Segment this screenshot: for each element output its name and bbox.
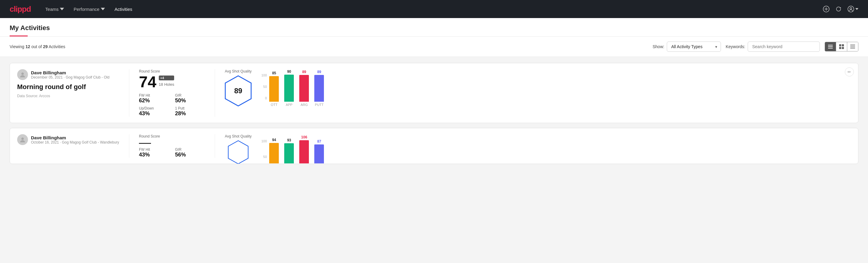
svg-rect-7: [842, 44, 844, 46]
bar-putt: 89 PUTT: [314, 70, 324, 107]
card-divider: [129, 134, 129, 158]
round-score-label: Round Score: [139, 69, 205, 74]
nav-activities[interactable]: Activities: [115, 5, 132, 13]
card-divider: [215, 134, 215, 158]
svg-rect-8: [839, 47, 841, 49]
stat-grid: FW Hit 62% GIR 50% Up/Down 43% 1 Putt 28…: [139, 93, 205, 117]
toolbar-viewing: Viewing 12 out of 29 Activities: [10, 44, 648, 49]
stat-item-gir: GIR 50%: [175, 93, 205, 104]
bar-fill-arg: [299, 75, 309, 102]
bar2-val-arg: 106: [301, 135, 307, 139]
svg-rect-11: [850, 46, 855, 46]
nav-performance[interactable]: Performance: [74, 5, 105, 13]
chevron-down-icon: [856, 8, 858, 10]
toolbar-show: Show: All Activity Types Rounds Practice: [653, 41, 721, 52]
bar2-app: 93: [284, 138, 294, 164]
profile-button[interactable]: [847, 6, 858, 12]
user-circle-icon: [847, 6, 854, 12]
avatar: [17, 69, 28, 80]
stat-grid: FW Hit 43% GIR 56%: [139, 147, 205, 158]
chart-y-0: 0: [261, 96, 267, 100]
stat-key: FW Hit: [139, 93, 169, 97]
refresh-icon: [836, 6, 841, 12]
compact-icon: [850, 44, 855, 49]
view-list-button[interactable]: [825, 42, 836, 51]
card-divider: [215, 69, 215, 117]
chart-y-100-2: 100: [261, 139, 267, 143]
stat-key: GIR: [175, 147, 205, 152]
user-icon: [19, 71, 26, 78]
nav-teams[interactable]: Teams: [45, 5, 64, 13]
bar2-val-ott: 94: [272, 138, 276, 142]
activity-type-select-wrapper[interactable]: All Activity Types Rounds Practice: [667, 41, 721, 52]
search-input[interactable]: [748, 41, 820, 52]
card-user: Dave Billingham October 16, 2021 · Gog M…: [17, 134, 119, 145]
page-header: My Activities: [0, 18, 868, 37]
stat-item-updown: Up/Down 43%: [139, 106, 169, 117]
data-source: Data Source: Arccos: [17, 94, 119, 98]
add-button[interactable]: [823, 6, 830, 12]
svg-rect-3: [828, 45, 833, 46]
card-left: Dave Billingham October 16, 2021 · Gog M…: [17, 134, 119, 148]
svg-rect-6: [839, 44, 841, 46]
card-stats: Round Score FW Hit 43% GIR 56%: [139, 134, 205, 158]
keywords-label: Keywords:: [726, 44, 745, 49]
page-title: My Activities: [10, 24, 858, 32]
bar-val-putt: 89: [317, 70, 321, 74]
list-icon: [828, 44, 833, 49]
edit-button[interactable]: ✏: [845, 67, 854, 77]
round-score-row: 74 +4 18 Holes: [139, 74, 205, 90]
user-info: Dave Billingham October 16, 2021 · Gog M…: [31, 135, 119, 144]
bar-val-arg: 89: [302, 70, 306, 74]
bar-ott: 85 OTT: [269, 71, 279, 107]
card-user: Dave Billingham December 05, 2021 · Gog …: [17, 69, 119, 80]
holes-label: 18 Holes: [159, 82, 174, 87]
card-quality: Avg Shot Quality 89 100 50 0: [225, 69, 851, 107]
stat-item-gir: GIR 56%: [175, 147, 205, 158]
svg-rect-12: [850, 47, 855, 48]
user-name: Dave Billingham: [31, 70, 110, 75]
chevron-down-icon: [101, 7, 105, 11]
activity-card: Dave Billingham October 16, 2021 · Gog M…: [10, 128, 858, 164]
avatar: [17, 134, 28, 145]
bar-app: 90 APP: [284, 69, 294, 107]
bar-fill-ott: [269, 76, 279, 102]
show-label: Show:: [653, 44, 664, 49]
user-name: Dave Billingham: [31, 135, 119, 140]
bar2-fill-app: [284, 143, 294, 164]
activity-card: ✏ Dave Billingham December 05, 2021 · Go…: [10, 63, 858, 123]
view-toggle: [825, 42, 858, 52]
bar2-ott: 94: [269, 138, 279, 164]
nav-activities-label: Activities: [115, 7, 132, 12]
card-divider: [129, 69, 129, 117]
bar2-fill-arg: [299, 140, 309, 164]
nav-performance-label: Performance: [74, 7, 99, 12]
bar-arg: 89 ARG: [299, 70, 309, 107]
activity-title: Morning round of golf: [17, 83, 119, 91]
stat-item-fw-hit: FW Hit 43%: [139, 147, 169, 158]
refresh-button[interactable]: [836, 6, 841, 12]
svg-point-2: [850, 7, 852, 9]
round-score-label: Round Score: [139, 134, 205, 139]
bar2-val-putt: 87: [317, 139, 321, 144]
bar-label-app: APP: [286, 103, 292, 107]
svg-marker-17: [228, 141, 248, 164]
view-compact-button[interactable]: [847, 42, 858, 51]
stat-item-fw-hit: FW Hit 62%: [139, 93, 169, 104]
quality-score: 89: [234, 87, 242, 95]
bar2-arg: 106: [299, 135, 309, 164]
user-date: October 16, 2021 · Gog Magog Golf Club -…: [31, 140, 119, 144]
stat-val: 43%: [139, 111, 169, 117]
quality-hex-partial: [225, 140, 252, 164]
bar-label-putt: PUTT: [315, 103, 323, 107]
quality-label: Avg Shot Quality: [225, 69, 251, 74]
activity-type-select[interactable]: All Activity Types Rounds Practice: [667, 41, 721, 52]
nav-teams-label: Teams: [45, 7, 59, 12]
quality-hex: 89: [225, 75, 252, 107]
svg-point-14: [21, 72, 24, 75]
view-grid-button[interactable]: [836, 42, 847, 51]
user-date: December 05, 2021 · Gog Magog Golf Club …: [31, 75, 110, 80]
chart-y-100: 100: [261, 74, 267, 77]
stat-key: GIR: [175, 93, 205, 97]
card-left: Dave Billingham December 05, 2021 · Gog …: [17, 69, 119, 98]
